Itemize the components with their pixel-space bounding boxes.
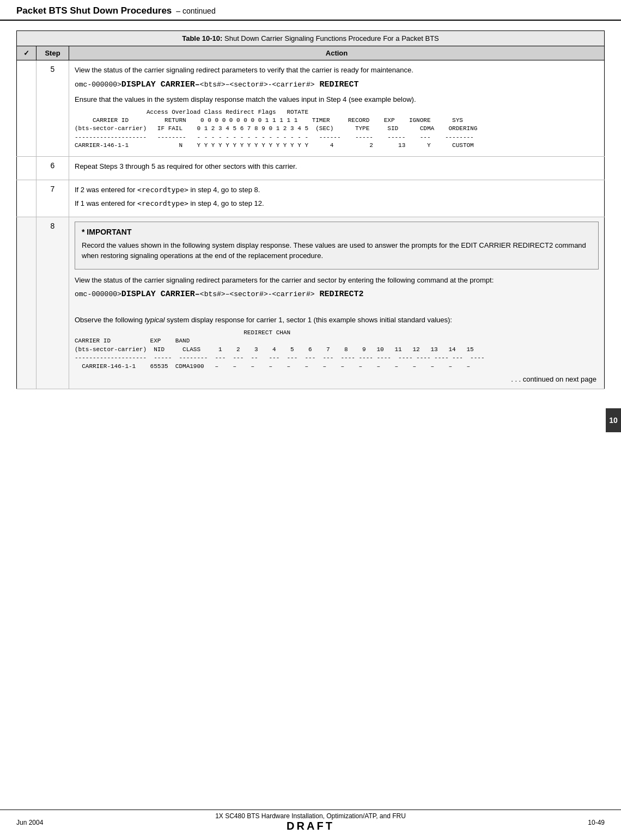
step-num-5: 5 (36, 60, 69, 157)
step5-cmd-args: <bts#>–<sector#>-<carrier#> (200, 81, 315, 89)
important-block: * IMPORTANT Record the values shown in t… (75, 222, 599, 269)
important-title: * IMPORTANT (82, 226, 592, 238)
step-num-8: 8 (36, 217, 69, 389)
step5-cmd-prefix: omc-000000> (75, 81, 121, 89)
footer-left: Jun 2004 (16, 819, 60, 826)
step8-cmd-prefix: omc-000000> (75, 290, 121, 298)
footer-center: 1X SC480 BTS Hardware Installation, Opti… (60, 812, 561, 832)
check-cell-7 (17, 180, 36, 217)
step8-cmd-suffix: REDIRECT2 (315, 290, 364, 299)
step8-command: omc-000000>DISPLAY CARRIER–<bts#>–<secto… (75, 289, 599, 301)
step7-para2: If 1 was entered for <recordtype> in ste… (75, 198, 599, 209)
table-caption-bold: Table 10-10: (182, 34, 222, 42)
step5-command: omc-000000>DISPLAY CARRIER–<bts#>–<secto… (75, 79, 599, 91)
check-cell-8 (17, 217, 36, 389)
table-row-5: 5 View the status of the carrier signali… (17, 60, 605, 157)
footer-center-text: 1X SC480 BTS Hardware Installation, Opti… (60, 812, 561, 820)
action-cell-6: Repeat Steps 3 through 5 as required for… (69, 157, 605, 180)
continued-line: . . . continued on next page (75, 374, 599, 385)
step5-para1: View the status of the carrier signaling… (75, 65, 599, 76)
step5-para2: Ensure that the values in the system dis… (75, 94, 599, 105)
action-cell-7: If 2 was entered for <recordtype> in ste… (69, 180, 605, 217)
table-caption: Table 10-10: Shut Down Carrier Signaling… (17, 31, 605, 46)
main-content: Table 10-10: Shut Down Carrier Signaling… (0, 21, 621, 433)
step7-para1: If 2 was entered for <recordtype> in ste… (75, 185, 599, 195)
check-cell-5 (17, 60, 36, 157)
table-row-6: 6 Repeat Steps 3 through 5 as required f… (17, 157, 605, 180)
step8-mono: REDIRECT CHAN CARRIER ID EXP BAND (bts-s… (75, 329, 599, 371)
table-caption-text: Shut Down Carrier Signaling Functions Pr… (222, 34, 439, 42)
step-num-7: 7 (36, 180, 69, 217)
check-cell-6 (17, 157, 36, 180)
footer-right: 10-49 (561, 819, 605, 826)
page-header: Packet BTS Shut Down Procedures – contin… (0, 0, 621, 21)
step5-cmd-suffix: REDIRECT (315, 80, 359, 89)
page-title: Packet BTS Shut Down Procedures (16, 5, 172, 16)
col-header-step: Step (36, 46, 69, 60)
step-num-6: 6 (36, 157, 69, 180)
action-cell-8: * IMPORTANT Record the values shown in t… (69, 217, 605, 389)
footer-draft: DRAFT (60, 820, 561, 832)
table-caption-row: Table 10-10: Shut Down Carrier Signaling… (17, 31, 605, 46)
main-table: Table 10-10: Shut Down Carrier Signaling… (16, 30, 605, 389)
step8-cmd-args: <bts#>–<sector#>-<carrier#> (200, 290, 315, 298)
step8-para1: View the status of the carrier signaling… (75, 275, 599, 286)
table-row-7: 7 If 2 was entered for <recordtype> in s… (17, 180, 605, 217)
page-number-tab: 10 (606, 408, 621, 432)
important-body: Record the values shown in the following… (82, 240, 592, 261)
table-row-8: 8 * IMPORTANT Record the values shown in… (17, 217, 605, 389)
col-header-action: Action (69, 46, 605, 60)
step6-para1: Repeat Steps 3 through 5 as required for… (75, 161, 599, 172)
action-cell-5: View the status of the carrier signaling… (69, 60, 605, 157)
step8-para2: Observe the following typical system dis… (75, 315, 599, 326)
col-header-row: ✓ Step Action (17, 46, 605, 60)
step5-mono: Access Overload Class Redirect Flags ROT… (75, 108, 599, 150)
step5-cmd-bold: DISPLAY CARRIER– (121, 80, 200, 89)
step8-cmd-bold: DISPLAY CARRIER– (121, 290, 200, 299)
page-footer: Jun 2004 1X SC480 BTS Hardware Installat… (0, 810, 621, 835)
page-title-continued: – continued (176, 7, 215, 15)
page-container: Packet BTS Shut Down Procedures – contin… (0, 0, 621, 840)
col-header-check: ✓ (17, 46, 36, 60)
